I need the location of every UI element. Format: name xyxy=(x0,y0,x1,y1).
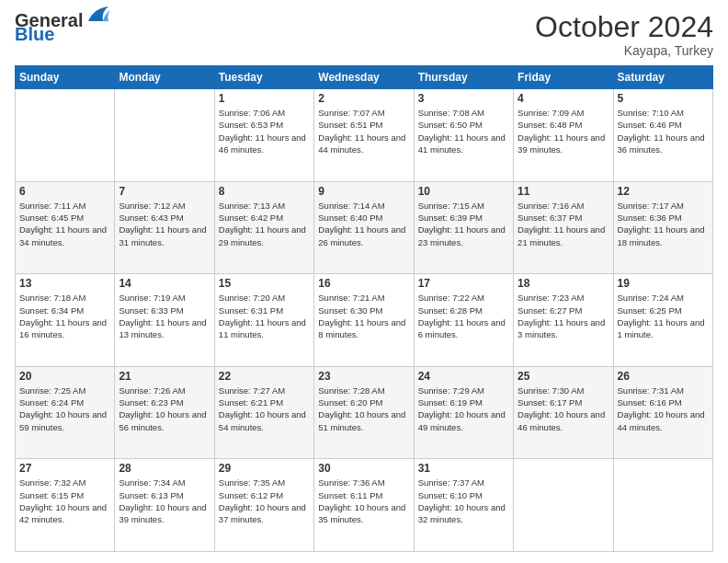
calendar-cell: 7Sunrise: 7:12 AMSunset: 6:43 PMDaylight… xyxy=(115,181,214,274)
calendar-cell: 22Sunrise: 7:27 AMSunset: 6:21 PMDayligh… xyxy=(214,366,313,459)
calendar-cell: 28Sunrise: 7:34 AMSunset: 6:13 PMDayligh… xyxy=(115,459,214,552)
calendar-cell: 27Sunrise: 7:32 AMSunset: 6:15 PMDayligh… xyxy=(16,459,115,552)
day-number: 7 xyxy=(119,185,210,198)
day-number: 3 xyxy=(418,92,509,105)
day-info: Sunrise: 7:35 AMSunset: 6:12 PMDaylight:… xyxy=(219,477,310,525)
day-info: Sunrise: 7:23 AMSunset: 6:27 PMDaylight:… xyxy=(518,292,609,340)
page: General Blue October 2024 Kayapa, Turkey… xyxy=(0,0,728,563)
title-section: October 2024 Kayapa, Turkey xyxy=(535,11,713,58)
day-info: Sunrise: 7:19 AMSunset: 6:33 PMDaylight:… xyxy=(119,292,210,340)
day-info: Sunrise: 7:09 AMSunset: 6:48 PMDaylight:… xyxy=(518,107,609,155)
weekday-header: Sunday xyxy=(16,66,115,89)
calendar-cell: 23Sunrise: 7:28 AMSunset: 6:20 PMDayligh… xyxy=(314,366,414,459)
day-number: 17 xyxy=(418,277,509,290)
weekday-header: Thursday xyxy=(414,66,513,89)
logo: General Blue xyxy=(15,11,110,45)
day-number: 16 xyxy=(318,277,409,290)
calendar-cell: 21Sunrise: 7:26 AMSunset: 6:23 PMDayligh… xyxy=(115,366,214,459)
day-info: Sunrise: 7:36 AMSunset: 6:11 PMDaylight:… xyxy=(318,477,409,525)
calendar-cell: 1Sunrise: 7:06 AMSunset: 6:53 PMDaylight… xyxy=(214,89,313,182)
day-info: Sunrise: 7:11 AMSunset: 6:45 PMDaylight:… xyxy=(19,200,110,248)
calendar-cell: 4Sunrise: 7:09 AMSunset: 6:48 PMDaylight… xyxy=(514,89,613,182)
calendar-cell xyxy=(115,89,214,182)
calendar-cell: 14Sunrise: 7:19 AMSunset: 6:33 PMDayligh… xyxy=(115,274,214,367)
day-number: 5 xyxy=(618,92,709,105)
day-number: 28 xyxy=(119,462,210,475)
day-number: 24 xyxy=(418,370,509,383)
day-info: Sunrise: 7:06 AMSunset: 6:53 PMDaylight:… xyxy=(219,107,310,155)
calendar-table: SundayMondayTuesdayWednesdayThursdayFrid… xyxy=(15,65,713,552)
calendar-cell xyxy=(613,459,712,552)
calendar-cell: 3Sunrise: 7:08 AMSunset: 6:50 PMDaylight… xyxy=(414,89,513,182)
calendar-cell: 20Sunrise: 7:25 AMSunset: 6:24 PMDayligh… xyxy=(16,366,115,459)
day-info: Sunrise: 7:26 AMSunset: 6:23 PMDaylight:… xyxy=(119,385,210,433)
day-number: 8 xyxy=(219,185,310,198)
calendar-cell: 12Sunrise: 7:17 AMSunset: 6:36 PMDayligh… xyxy=(613,181,712,274)
header: General Blue October 2024 Kayapa, Turkey xyxy=(15,11,713,58)
day-info: Sunrise: 7:15 AMSunset: 6:39 PMDaylight:… xyxy=(418,200,509,248)
day-number: 31 xyxy=(418,462,509,475)
weekday-header: Wednesday xyxy=(314,66,414,89)
logo-bird-icon xyxy=(85,5,110,25)
day-number: 26 xyxy=(618,370,709,383)
calendar-cell: 17Sunrise: 7:22 AMSunset: 6:28 PMDayligh… xyxy=(414,274,513,367)
day-number: 20 xyxy=(19,370,110,383)
day-info: Sunrise: 7:28 AMSunset: 6:20 PMDaylight:… xyxy=(318,385,409,433)
location: Kayapa, Turkey xyxy=(535,43,713,58)
day-info: Sunrise: 7:30 AMSunset: 6:17 PMDaylight:… xyxy=(518,385,609,433)
calendar-cell: 6Sunrise: 7:11 AMSunset: 6:45 PMDaylight… xyxy=(16,181,115,274)
day-number: 13 xyxy=(19,277,110,290)
day-info: Sunrise: 7:18 AMSunset: 6:34 PMDaylight:… xyxy=(19,292,110,340)
calendar-cell xyxy=(16,89,115,182)
calendar-week-row: 1Sunrise: 7:06 AMSunset: 6:53 PMDaylight… xyxy=(16,89,713,182)
day-info: Sunrise: 7:21 AMSunset: 6:30 PMDaylight:… xyxy=(318,292,409,340)
calendar-week-row: 6Sunrise: 7:11 AMSunset: 6:45 PMDaylight… xyxy=(16,181,713,274)
calendar-cell: 26Sunrise: 7:31 AMSunset: 6:16 PMDayligh… xyxy=(613,366,712,459)
calendar-cell: 8Sunrise: 7:13 AMSunset: 6:42 PMDaylight… xyxy=(214,181,313,274)
calendar-cell: 16Sunrise: 7:21 AMSunset: 6:30 PMDayligh… xyxy=(314,274,414,367)
day-number: 23 xyxy=(318,370,409,383)
calendar-cell: 19Sunrise: 7:24 AMSunset: 6:25 PMDayligh… xyxy=(613,274,712,367)
day-number: 1 xyxy=(219,92,310,105)
weekday-header: Monday xyxy=(115,66,214,89)
calendar-cell: 11Sunrise: 7:16 AMSunset: 6:37 PMDayligh… xyxy=(514,181,613,274)
day-info: Sunrise: 7:32 AMSunset: 6:15 PMDaylight:… xyxy=(19,477,110,525)
day-info: Sunrise: 7:31 AMSunset: 6:16 PMDaylight:… xyxy=(618,385,709,433)
weekday-header: Saturday xyxy=(613,66,712,89)
day-info: Sunrise: 7:08 AMSunset: 6:50 PMDaylight:… xyxy=(418,107,509,155)
day-number: 6 xyxy=(19,185,110,198)
calendar-week-row: 13Sunrise: 7:18 AMSunset: 6:34 PMDayligh… xyxy=(16,274,713,367)
logo-blue: Blue xyxy=(15,24,54,45)
day-number: 27 xyxy=(19,462,110,475)
day-number: 22 xyxy=(219,370,310,383)
day-number: 9 xyxy=(318,185,409,198)
calendar-cell: 13Sunrise: 7:18 AMSunset: 6:34 PMDayligh… xyxy=(16,274,115,367)
day-number: 2 xyxy=(318,92,409,105)
day-info: Sunrise: 7:24 AMSunset: 6:25 PMDaylight:… xyxy=(618,292,709,340)
day-number: 18 xyxy=(518,277,609,290)
day-info: Sunrise: 7:13 AMSunset: 6:42 PMDaylight:… xyxy=(219,200,310,248)
day-number: 19 xyxy=(618,277,709,290)
weekday-header: Friday xyxy=(514,66,613,89)
calendar-cell: 24Sunrise: 7:29 AMSunset: 6:19 PMDayligh… xyxy=(414,366,513,459)
day-info: Sunrise: 7:16 AMSunset: 6:37 PMDaylight:… xyxy=(518,200,609,248)
month-title: October 2024 xyxy=(535,11,713,43)
day-info: Sunrise: 7:10 AMSunset: 6:46 PMDaylight:… xyxy=(618,107,709,155)
weekday-header-row: SundayMondayTuesdayWednesdayThursdayFrid… xyxy=(16,66,713,89)
calendar-cell: 25Sunrise: 7:30 AMSunset: 6:17 PMDayligh… xyxy=(514,366,613,459)
day-number: 4 xyxy=(518,92,609,105)
calendar-week-row: 20Sunrise: 7:25 AMSunset: 6:24 PMDayligh… xyxy=(16,366,713,459)
calendar-cell: 30Sunrise: 7:36 AMSunset: 6:11 PMDayligh… xyxy=(314,459,414,552)
day-info: Sunrise: 7:22 AMSunset: 6:28 PMDaylight:… xyxy=(418,292,509,340)
weekday-header: Tuesday xyxy=(214,66,313,89)
calendar-cell xyxy=(514,459,613,552)
day-info: Sunrise: 7:17 AMSunset: 6:36 PMDaylight:… xyxy=(618,200,709,248)
calendar-cell: 2Sunrise: 7:07 AMSunset: 6:51 PMDaylight… xyxy=(314,89,414,182)
calendar-cell: 15Sunrise: 7:20 AMSunset: 6:31 PMDayligh… xyxy=(214,274,313,367)
day-info: Sunrise: 7:14 AMSunset: 6:40 PMDaylight:… xyxy=(318,200,409,248)
day-number: 29 xyxy=(219,462,310,475)
day-number: 25 xyxy=(518,370,609,383)
calendar-cell: 18Sunrise: 7:23 AMSunset: 6:27 PMDayligh… xyxy=(514,274,613,367)
day-info: Sunrise: 7:12 AMSunset: 6:43 PMDaylight:… xyxy=(119,200,210,248)
day-number: 21 xyxy=(119,370,210,383)
